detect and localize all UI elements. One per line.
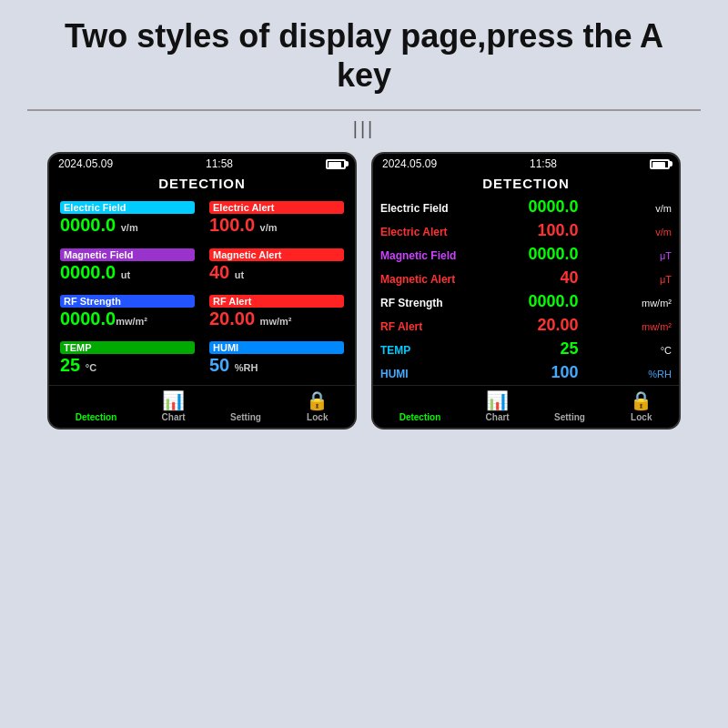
chart-icon-1: 📊 [162,389,185,411]
label-electric-alert: Electric Alert [209,201,344,214]
nav-setting-1[interactable]: ⚙ Setting [230,389,261,422]
status-bar-1: 2024.05.09 11:58 [49,154,355,174]
setting-icon-1: ⚙ [238,389,254,411]
value-magnetic-field: 0000.0 ut [60,261,195,283]
screen-title-1: DETECTION [49,174,355,195]
row-magnetic-field-2: Magnetic Field 0000.0 μT [380,244,672,265]
detection-icon-2: ☢ [411,389,428,411]
label-ea-2: Electric Alert [380,226,471,238]
cell-humi: HUMI 50 %RH [204,339,349,381]
battery-icon-1 [326,159,346,169]
row-rf-alert-2: RF Alert 20.00 mw/m² [380,315,672,336]
value-humi: 50 %RH [209,354,344,376]
time-1: 11:58 [206,157,233,170]
row-rf-strength-2: RF Strength 0000.0 mw/m² [380,291,672,312]
page-title: Two styles of display page,press the A k… [36,16,692,95]
label-temp: TEMP [60,341,195,354]
unit-temp-2: °C [622,345,672,356]
nav-detection-1[interactable]: ☢ Detection [76,389,117,422]
nav-lock-1[interactable]: 🔒 Lock [306,389,329,422]
label-rf-strength: RF Strength [60,295,195,308]
row-electric-field-2: Electric Field 0000.0 v/m [380,197,672,217]
value-rf-alert: 20.00 mw/m² [209,308,344,329]
label-rfa-2: RF Alert [380,320,471,333]
unit-humi-2: %RH [622,369,672,379]
row-magnetic-alert-2: Magnetic Alert 40 μT [380,268,672,288]
cell-electric-field: Electric Field 0000.0 v/m [55,198,200,241]
value-electric-alert: 100.0 v/m [209,214,344,236]
cell-temp: TEMP 25 °C [55,339,200,381]
cell-magnetic-field: Magnetic Field 0000.0 ut [55,246,200,288]
value-temp-2: 25 [515,339,579,359]
divider [27,109,701,111]
page-header: Two styles of display page,press the A k… [0,0,728,102]
screen-title-2: DETECTION [373,174,679,195]
nav-chart-2[interactable]: 📊 Chart [486,389,510,422]
setting-icon-2: ⚙ [561,389,578,411]
nav-label-chart-1: Chart [162,412,186,422]
row-electric-alert-2: Electric Alert 100.0 v/m [380,220,672,241]
value-magnetic-alert: 40 ut [209,261,344,283]
unit-rfs-2: mw/m² [622,298,672,308]
nav-label-setting-2: Setting [554,412,585,422]
label-ma-2: Magnetic Alert [380,273,471,286]
screens-container: 2024.05.09 11:58 DETECTION Electric Fiel… [0,145,728,439]
data-table-2: Electric Field 0000.0 v/m Electric Alert… [373,195,679,385]
scroll-indicator: ||| [0,118,728,139]
status-bar-2: 2024.05.09 11:58 [373,154,679,174]
label-electric-field: Electric Field [60,201,195,214]
nav-lock-2[interactable]: 🔒 Lock [630,389,652,422]
value-ef-2: 0000.0 [515,197,579,217]
unit-ea-2: v/m [622,227,672,238]
lock-icon-1: 🔒 [306,389,329,411]
bottom-nav-1: ☢ Detection 📊 Chart ⚙ Setting 🔒 Lock [49,385,355,428]
nav-chart-1[interactable]: 📊 Chart [162,389,186,422]
chart-icon-2: 📊 [486,389,509,411]
value-temp: 25 °C [60,354,195,376]
nav-label-lock-1: Lock [307,412,328,422]
label-rfs-2: RF Strength [380,297,471,309]
value-rfs-2: 0000.0 [515,292,579,311]
value-ea-2: 100.0 [515,221,579,240]
battery-icon-2 [650,159,670,169]
time-2: 11:58 [530,157,557,170]
date-2: 2024.05.09 [382,157,437,170]
unit-ef-2: v/m [622,203,672,214]
label-rf-alert: RF Alert [209,295,344,308]
label-ef-2: Electric Field [380,202,471,215]
bottom-nav-2: ☢ Detection 📊 Chart ⚙ Setting 🔒 Lock [373,385,679,428]
cell-rf-alert: RF Alert 20.00 mw/m² [204,292,349,335]
value-ma-2: 40 [515,268,579,288]
nav-label-lock-2: Lock [631,412,652,422]
label-mf-2: Magnetic Field [380,249,471,262]
nav-setting-2[interactable]: ⚙ Setting [554,389,585,422]
label-magnetic-alert: Magnetic Alert [209,248,344,261]
cell-rf-strength: RF Strength 0000.0mw/m² [55,292,200,335]
unit-mf-2: μT [622,250,672,261]
unit-ma-2: μT [622,274,672,285]
cell-magnetic-alert: Magnetic Alert 40 ut [204,246,349,288]
data-grid-1: Electric Field 0000.0 v/m Electric Alert… [49,195,355,385]
detection-icon-1: ☢ [87,389,104,411]
label-temp-2: TEMP [380,344,471,357]
date-1: 2024.05.09 [58,157,113,170]
value-rf-strength: 0000.0mw/m² [60,308,195,329]
label-magnetic-field: Magnetic Field [60,248,195,261]
nav-detection-2[interactable]: ☢ Detection [399,389,441,422]
row-temp-2: TEMP 25 °C [380,339,672,359]
label-humi: HUMI [209,341,344,354]
label-humi-2: HUMI [380,368,471,380]
screen-1: 2024.05.09 11:58 DETECTION Electric Fiel… [47,152,357,430]
screen-2: 2024.05.09 11:58 DETECTION Electric Fiel… [371,152,681,430]
cell-electric-alert: Electric Alert 100.0 v/m [204,198,349,241]
nav-label-detection-1: Detection [76,412,117,422]
value-humi-2: 100 [515,363,579,382]
unit-rfa-2: mw/m² [622,321,672,332]
row-humi-2: HUMI 100 %RH [380,362,672,383]
nav-label-setting-1: Setting [230,412,261,422]
nav-label-chart-2: Chart [486,412,510,422]
nav-label-detection-2: Detection [399,412,441,422]
lock-icon-2: 🔒 [630,389,652,411]
value-mf-2: 0000.0 [515,245,579,264]
value-electric-field: 0000.0 v/m [60,214,195,236]
